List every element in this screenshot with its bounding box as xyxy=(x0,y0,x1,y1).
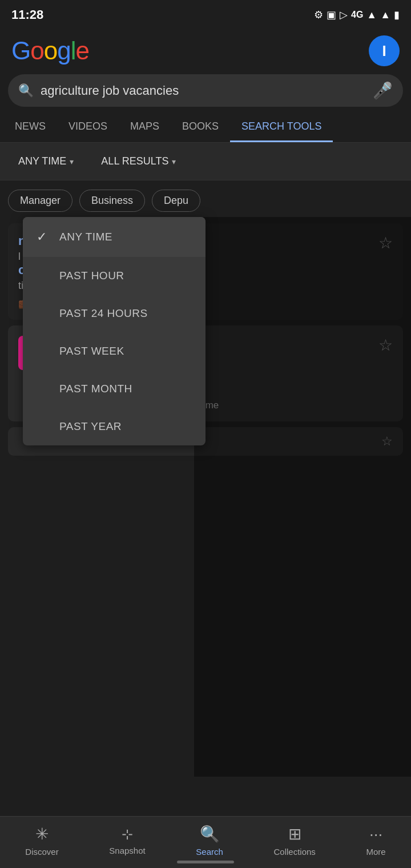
dropdown-label-past-month: PAST MONTH xyxy=(59,383,132,395)
signal-icon: ▲ xyxy=(366,9,377,21)
chip-business[interactable]: Business xyxy=(79,190,145,212)
mic-icon[interactable]: 🎤 xyxy=(373,81,393,100)
facebook-icon: ▣ xyxy=(327,9,336,21)
nav-discover-label: Discover xyxy=(25,847,58,857)
chip-manager[interactable]: Manager xyxy=(8,190,72,212)
nav-discover[interactable]: ✳ Discover xyxy=(25,825,58,857)
nav-search[interactable]: 🔍 Search xyxy=(196,825,223,857)
dropdown-label-past-week: PAST WEEK xyxy=(59,345,124,357)
time-filter-label: ANY TIME xyxy=(18,155,66,167)
dropdown-item-past-year[interactable]: PAST YEAR xyxy=(23,408,206,445)
status-icons: ⚙ ▣ ▷ 4G ▲ ▲ ▮ xyxy=(314,9,400,21)
dropdown-item-past-24-hours[interactable]: PAST 24 HOURS xyxy=(23,295,206,332)
search-bar-container: 🔍 agriculture job vacancies 🎤 xyxy=(0,74,411,112)
dropdown-label-past-24-hours: PAST 24 HOURS xyxy=(59,307,148,320)
user-avatar[interactable]: I xyxy=(369,35,400,66)
results-filter-arrow: ▾ xyxy=(172,157,176,166)
tab-maps[interactable]: MAPS xyxy=(119,112,171,142)
filter-chips: Manager Business Depu xyxy=(0,180,411,221)
dropdown-item-past-week[interactable]: PAST WEEK xyxy=(23,332,206,370)
more-icon: ··· xyxy=(369,825,382,843)
chip-depu[interactable]: Depu xyxy=(152,190,200,212)
check-icon: ✓ xyxy=(37,230,50,244)
nav-collections-label: Collections xyxy=(273,847,315,857)
search-bar[interactable]: 🔍 agriculture job vacancies 🎤 xyxy=(8,74,403,107)
signal2-icon: ▲ xyxy=(380,9,390,21)
tab-videos[interactable]: VIDEOS xyxy=(57,112,119,142)
results-filter-label: ALL RESULTS xyxy=(101,155,168,167)
collections-icon: ⊞ xyxy=(288,825,301,843)
dropdown-item-past-hour[interactable]: PAST HOUR xyxy=(23,257,206,295)
tab-news[interactable]: NEWS xyxy=(3,112,57,142)
search-icon: 🔍 xyxy=(18,83,34,98)
results-filter-button[interactable]: ALL RESULTS ▾ xyxy=(92,151,185,172)
search-nav-icon: 🔍 xyxy=(200,825,220,843)
dropdown-label-past-year: PAST YEAR xyxy=(59,420,122,433)
search-query: agriculture job vacancies xyxy=(41,83,366,98)
nav-collections[interactable]: ⊞ Collections xyxy=(273,825,315,857)
time-filter-dropdown: ✓ ANY TIME PAST HOUR PAST 24 HOURS PAST … xyxy=(23,217,206,445)
nav-search-label: Search xyxy=(196,847,223,857)
filter-bar: ANY TIME ▾ ALL RESULTS ▾ xyxy=(0,143,411,180)
battery-icon: ▮ xyxy=(394,9,400,21)
dropdown-label-past-hour: PAST HOUR xyxy=(59,270,124,282)
time-filter-arrow: ▾ xyxy=(70,157,74,166)
page-overlay xyxy=(194,217,411,777)
tabs-container: NEWS VIDEOS MAPS BOOKS SEARCH TOOLS xyxy=(0,112,411,143)
nav-more[interactable]: ··· More xyxy=(366,825,385,857)
nav-snapshot[interactable]: ⊹ Snapshot xyxy=(109,826,145,855)
settings-icon: ⚙ xyxy=(314,9,323,21)
nav-more-label: More xyxy=(366,847,385,857)
discover-icon: ✳ xyxy=(35,825,49,843)
home-indicator xyxy=(177,861,234,863)
tab-search-tools[interactable]: SEARCH TOOLS xyxy=(230,112,333,142)
nav-snapshot-label: Snapshot xyxy=(109,846,145,855)
signal-4g-icon: 4G xyxy=(351,10,363,20)
google-logo: Google xyxy=(11,37,89,65)
google-header: Google I xyxy=(0,30,411,74)
status-bar: 11:28 ⚙ ▣ ▷ 4G ▲ ▲ ▮ xyxy=(0,0,411,30)
play-icon: ▷ xyxy=(340,9,348,21)
dropdown-label-any-time: ANY TIME xyxy=(59,231,112,243)
time-filter-button[interactable]: ANY TIME ▾ xyxy=(9,151,83,172)
dropdown-item-any-time[interactable]: ✓ ANY TIME xyxy=(23,217,206,257)
status-time: 11:28 xyxy=(11,7,43,22)
tab-books[interactable]: BOOKS xyxy=(171,112,230,142)
snapshot-icon: ⊹ xyxy=(122,826,133,842)
dropdown-item-past-month[interactable]: PAST MONTH xyxy=(23,370,206,408)
